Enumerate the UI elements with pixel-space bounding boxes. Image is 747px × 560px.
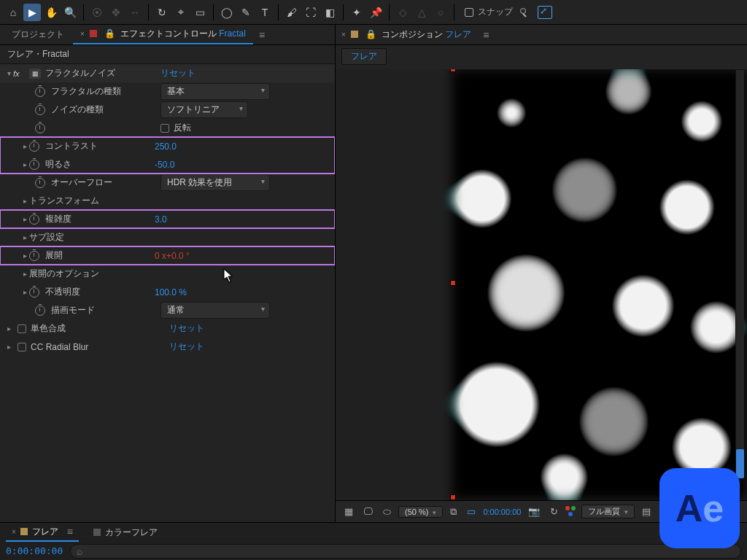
reset-link[interactable]: リセット bbox=[169, 322, 204, 335]
reset-link[interactable]: リセット bbox=[169, 341, 204, 353]
viewer-region-icon[interactable]: ▭ bbox=[464, 505, 479, 518]
hand-tool-icon[interactable]: ✋ bbox=[42, 4, 60, 21]
fx-tint-header[interactable]: 単色合成 リセット bbox=[0, 319, 335, 338]
stopwatch-icon[interactable] bbox=[35, 306, 45, 316]
noise-type-select[interactable]: ソフトリニア bbox=[160, 101, 248, 118]
anchor-tool-icon[interactable]: ⌖ bbox=[172, 4, 190, 21]
twisty-icon[interactable] bbox=[20, 252, 29, 260]
stopwatch-icon[interactable] bbox=[35, 105, 45, 115]
snap-toggle[interactable]: スナップ bbox=[465, 6, 552, 19]
prop-transform[interactable]: トランスフォーム bbox=[0, 192, 335, 210]
prop-complexity-value[interactable]: 3.0 bbox=[155, 214, 167, 225]
zoom-tool-icon[interactable]: 🔍 bbox=[61, 4, 79, 21]
prop-contrast-value[interactable]: 250.0 bbox=[155, 141, 177, 152]
close-icon[interactable]: × bbox=[341, 31, 346, 39]
viewer-snapshot-icon[interactable]: 📷 bbox=[525, 505, 543, 518]
viewer-layers-icon[interactable]: ⧉ bbox=[447, 505, 460, 519]
timeline-tab-flare[interactable]: × フレア ≡ bbox=[6, 524, 79, 542]
twisty-icon[interactable] bbox=[20, 288, 29, 296]
viewer-grid-icon[interactable]: ▦ bbox=[341, 505, 356, 518]
tab-effect-controls[interactable]: × 🔒 エフェクトコントロール Fractal bbox=[73, 25, 253, 44]
twisty-icon[interactable] bbox=[4, 343, 13, 351]
brush-tool-icon[interactable]: 🖌 bbox=[283, 4, 301, 21]
twisty-icon[interactable] bbox=[20, 197, 29, 205]
invert-checkbox[interactable] bbox=[160, 124, 169, 133]
viewer-mask-icon[interactable]: ⬭ bbox=[380, 505, 394, 519]
comp-viewer[interactable] bbox=[336, 69, 747, 500]
fractal-type-select[interactable]: 基本 bbox=[160, 83, 270, 100]
stopwatch-icon[interactable] bbox=[35, 178, 45, 188]
timeline-tab-colorflare[interactable]: カラーフレア bbox=[88, 524, 163, 541]
eraser-tool-icon[interactable]: ◧ bbox=[321, 4, 338, 21]
fx-ccradialblur-header[interactable]: CC Radial Blur リセット bbox=[0, 338, 335, 356]
stopwatch-icon[interactable] bbox=[35, 87, 45, 97]
viewer-resolution[interactable]: フル画質 bbox=[581, 505, 635, 518]
twisty-icon[interactable] bbox=[20, 160, 29, 168]
prop-sub-settings[interactable]: サブ設定 bbox=[0, 228, 335, 246]
blend-mode-select[interactable]: 通常 bbox=[160, 302, 270, 319]
panel-menu-icon[interactable]: ≡ bbox=[67, 526, 73, 537]
twisty-icon[interactable] bbox=[20, 142, 29, 150]
mask-tool-icon[interactable]: ▭ bbox=[191, 4, 209, 21]
prop-overflow-label: オーバーフロー bbox=[51, 176, 160, 189]
tab-project[interactable]: プロジェクト bbox=[4, 26, 71, 44]
close-icon[interactable]: × bbox=[80, 30, 85, 38]
puppet-pin-icon[interactable]: 📌 bbox=[367, 4, 384, 21]
reset-link[interactable]: リセット bbox=[160, 67, 196, 79]
prop-evolution-options[interactable]: 展開のオプション bbox=[0, 265, 335, 283]
fx-ccradialblur-enable[interactable] bbox=[18, 343, 26, 351]
twisty-icon[interactable] bbox=[4, 69, 13, 77]
timeline-timecode[interactable]: 0:00:00:00 bbox=[6, 545, 63, 556]
viewer-more-icon[interactable]: ▤ bbox=[639, 505, 654, 518]
handle-top-left[interactable] bbox=[451, 69, 455, 71]
comp-canvas[interactable] bbox=[452, 69, 746, 499]
viewer-refresh-icon[interactable]: ↻ bbox=[547, 505, 561, 518]
twisty-icon[interactable] bbox=[20, 215, 29, 223]
panel-menu-icon[interactable]: ≡ bbox=[259, 29, 265, 41]
viewer-monitor-icon[interactable]: 🖵 bbox=[360, 505, 376, 518]
handle-mid-left[interactable] bbox=[451, 281, 455, 285]
roto-brush-icon[interactable]: ✦ bbox=[348, 4, 365, 21]
viewer-scroll-thumb[interactable] bbox=[736, 449, 744, 478]
pan-camera-icon[interactable]: ✥ bbox=[107, 4, 125, 21]
home-icon[interactable]: ⌂ bbox=[4, 4, 22, 21]
prop-evolution-value[interactable]: 0 x+0.0 ° bbox=[155, 251, 190, 261]
stopwatch-icon[interactable] bbox=[29, 214, 39, 225]
prop-evolution-label: 展開 bbox=[45, 249, 155, 262]
snap-fit-icon[interactable] bbox=[538, 6, 552, 19]
clone-stamp-icon[interactable]: ⛶ bbox=[302, 4, 320, 21]
shape-tool-icon[interactable]: ◯ bbox=[218, 4, 236, 21]
timeline-search[interactable] bbox=[70, 544, 741, 559]
orbit-tool-icon[interactable]: ⦿ bbox=[88, 4, 106, 21]
stopwatch-icon[interactable] bbox=[29, 160, 39, 170]
stopwatch-icon[interactable] bbox=[29, 287, 39, 298]
lock-icon[interactable]: 🔒 bbox=[104, 28, 115, 39]
fx-tint-enable[interactable] bbox=[18, 324, 26, 333]
stopwatch-icon[interactable] bbox=[29, 141, 39, 152]
viewer-zoom[interactable]: (50 %) bbox=[398, 506, 443, 518]
twisty-icon[interactable] bbox=[20, 270, 29, 278]
viewer-channel-icon[interactable] bbox=[565, 506, 577, 518]
handle-bottom-left[interactable] bbox=[451, 495, 455, 499]
twisty-icon[interactable] bbox=[4, 324, 13, 332]
prop-brightness-value[interactable]: -50.0 bbox=[155, 160, 174, 170]
rotate-tool-icon[interactable]: ↻ bbox=[153, 4, 171, 21]
fx-enable-icon[interactable] bbox=[13, 69, 26, 79]
overflow-select[interactable]: HDR 効果を使用 bbox=[160, 174, 270, 191]
viewer-time[interactable]: 0:00:00:00 bbox=[483, 508, 521, 516]
type-tool-icon[interactable]: T bbox=[256, 4, 274, 21]
fx-fractal-noise-header[interactable]: ▦ フラクタルノイズ リセット bbox=[0, 64, 335, 82]
dolly-camera-icon[interactable]: ↔ bbox=[126, 4, 144, 21]
stopwatch-icon[interactable] bbox=[35, 123, 45, 133]
close-icon[interactable]: × bbox=[12, 528, 16, 536]
tab-composition[interactable]: × 🔒 コンポジション フレア bbox=[341, 26, 479, 44]
stopwatch-icon[interactable] bbox=[29, 251, 39, 261]
mini-tab-flare[interactable]: フレア bbox=[341, 48, 387, 65]
viewer-scrollbar[interactable] bbox=[735, 70, 744, 478]
lock-icon[interactable]: 🔒 bbox=[365, 29, 376, 39]
panel-menu-icon[interactable]: ≡ bbox=[483, 29, 489, 41]
prop-opacity-value[interactable]: 100.0 % bbox=[155, 287, 187, 298]
twisty-icon[interactable] bbox=[20, 233, 29, 241]
selection-tool-icon[interactable]: ▶ bbox=[23, 4, 41, 21]
pen-tool-icon[interactable]: ✎ bbox=[237, 4, 255, 21]
